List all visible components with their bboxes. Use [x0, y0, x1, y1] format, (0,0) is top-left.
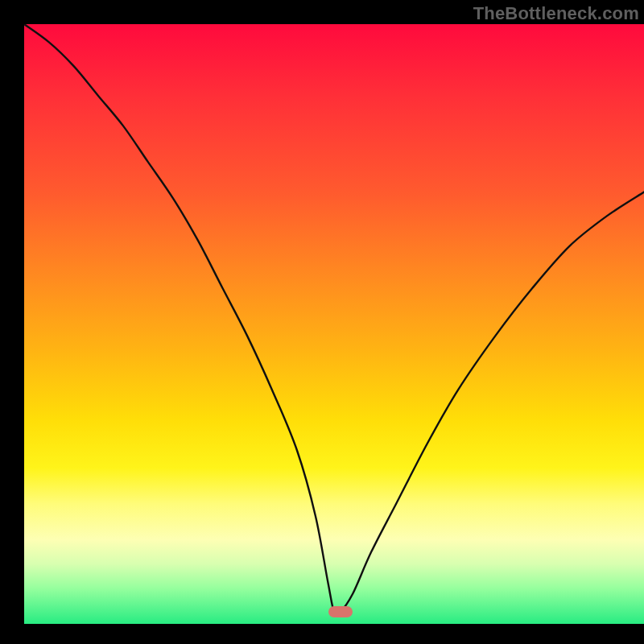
bottleneck-curve-path	[24, 24, 644, 615]
chart-frame: TheBottleneck.com	[0, 0, 644, 644]
curve-layer	[24, 24, 644, 624]
watermark-text: TheBottleneck.com	[473, 3, 639, 24]
plot-area	[24, 24, 644, 624]
min-marker	[328, 606, 353, 617]
